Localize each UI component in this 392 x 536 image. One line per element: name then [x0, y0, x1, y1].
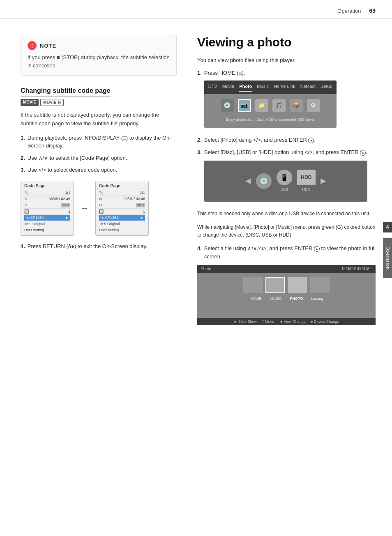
photo-sc-bottom: ► Slide Show □ Move ◄ View Change ■ Devi… — [197, 318, 376, 325]
menu-dtv: DTV — [208, 83, 217, 92]
menu-netcast: Netcast — [300, 83, 316, 92]
side-tab-label: Operation — [383, 238, 392, 278]
folder-icon: 📁 — [255, 99, 268, 112]
right-steps-list: 1. Press HOME (⌂). DTV Movie Photo Music… — [197, 69, 376, 206]
viewing-intro: You can view photo files using this play… — [197, 57, 376, 63]
step-2-text: Use ∧/∨ to select the [Code Page] option… — [28, 154, 127, 162]
note-text: If you press ■ (STOP) during playback, t… — [28, 53, 170, 69]
step-1: 1. During playback, press INFO/DISPLAY (… — [21, 134, 177, 150]
step-4-wrapper: 4. Press RETURN (δ●) to exit the On-Scre… — [21, 242, 177, 251]
usb-item: 📱 USB — [277, 170, 292, 193]
cp-row: 16:9 Original — [99, 221, 145, 227]
right-step-3-content: Select [Disc], [USB] or [HDD] option usi… — [204, 148, 367, 206]
menu-music: Music — [257, 83, 269, 92]
badge-movie: MOVIE — [21, 99, 39, 106]
cp-row: User setting — [99, 227, 145, 233]
right-step-2: 2. Select [Photo] using </>, and press E… — [197, 136, 376, 144]
code-page-before: Code Page 🔧1/1 ⊙03/05 / 02:46 ⊙2CH 🔲1 ◄ … — [21, 181, 74, 236]
photo-browser-screenshot: Photo 000/001/000 ME MOVIE MUSIC PHOTO b… — [197, 265, 376, 325]
photo-sc-info: 000/001/000 ME — [342, 267, 372, 271]
home-menu-screenshot: DTV Movie Photo Music Home Link Netcast … — [204, 81, 337, 128]
viewing-title: Viewing a photo — [197, 35, 376, 50]
cp-row: 🔲1 — [24, 209, 70, 215]
cp-row: ⊙2CH — [99, 202, 145, 209]
disc-item: 💿 — [256, 173, 272, 189]
cp-row: 🔲1 — [99, 209, 145, 215]
step-1-text: During playback, press INFO/DISPLAY (□) … — [28, 134, 177, 150]
section-heading: Changing subtitle code page — [21, 87, 111, 97]
hdd-rect: HDD — [297, 170, 316, 185]
note-caption-1: This step is needed only when a disc or … — [197, 210, 376, 218]
hdd-item: HDD HDD — [297, 170, 316, 193]
cp-row: ⊙03/05 / 02:46 — [99, 196, 145, 202]
code-page-images: Code Page 🔧1/1 ⊙03/05 / 02:46 ⊙2CH 🔲1 ◄ … — [21, 181, 177, 236]
sc-view-change: ◄ View Change — [279, 320, 306, 324]
badge-row: MOVIE MOVIE-N — [21, 99, 177, 106]
menu-photo: Photo — [239, 83, 252, 92]
photo-sc-title: Photo — [201, 267, 211, 271]
right-step-3-number: 3. — [197, 148, 202, 156]
right-step-3: 3. Select [Disc], [USB] or [HDD] option … — [197, 148, 376, 206]
left-column: ! NOTE If you press ■ (STOP) during play… — [0, 27, 189, 338]
right-step-2-text: Select [Photo] using </>, and press ENTE… — [204, 136, 316, 144]
step-4: 4. Press RETURN (δ●) to exit the On-Scre… — [21, 242, 177, 251]
section-label: Operation — [337, 8, 361, 14]
cp-row: 🔧1/1 — [24, 190, 70, 196]
enter-circle-icon-2: ● — [360, 150, 366, 156]
folder-photo: PHOTO — [290, 297, 303, 301]
right-step-3-text: Select [Disc], [USB] or [HDD] option usi… — [204, 149, 367, 155]
right-step-4: 4. Select a file using ∧/∨/</>, and pres… — [197, 244, 376, 261]
folder-binding: binding — [311, 297, 323, 301]
cp-row: User setting — [24, 227, 70, 233]
note-exclamation-icon: ! — [28, 41, 37, 50]
cp-row: ⊙2CH — [24, 202, 70, 209]
right-step-1-number: 1. — [197, 69, 202, 77]
hdd-select-screenshot: ◀ 💿 📱 USB HDD HDD ▶ — [204, 161, 367, 202]
step-1-number: 1. — [21, 134, 25, 142]
misc-icon: ⚙ — [307, 99, 320, 112]
photo-sc-top: Photo 000/001/000 ME — [197, 265, 376, 273]
right-step-1-text: Press HOME (⌂). — [204, 70, 245, 76]
right-step-4-number: 4. — [197, 244, 202, 253]
menu-movie: Movie — [222, 83, 234, 92]
step-4-number: 4. — [21, 242, 25, 251]
step-2-number: 2. — [21, 154, 25, 162]
menu-homelink: Home Link — [274, 83, 295, 92]
note-title: NOTE — [40, 43, 56, 49]
sc-slide-show: ► Slide Show — [234, 320, 257, 324]
folder-music: MUSIC — [270, 297, 282, 301]
badge-movie-n: MOVIE-N — [40, 99, 64, 106]
page-header: Operation 69 — [0, 0, 392, 18]
photo-sc-content: MOVIE MUSIC PHOTO binding — [197, 273, 376, 318]
right-step-1: 1. Press HOME (⌂). DTV Movie Photo Music… — [197, 69, 376, 132]
note-header: ! NOTE — [28, 41, 170, 50]
menu-setup: Setup — [321, 83, 332, 92]
right-step-1-content: Press HOME (⌂). DTV Movie Photo Music Ho… — [204, 69, 337, 132]
right-step-4-text: Select a file using ∧/∨/</>, and press E… — [204, 244, 376, 261]
code-page-after: Code Page 🔧1/1 ⊙03/05 / 02:46 ⊙2CH 🔲1 ◄ … — [95, 181, 149, 236]
side-tab-number: 4 — [383, 222, 392, 232]
page-number: 69 — [369, 7, 376, 14]
left-arrow-icon: ◀ — [245, 175, 251, 187]
arrow-icon: → — [81, 203, 89, 213]
cp-row: ⊙03/05 / 02:46 — [24, 196, 70, 202]
cp-row-highlight: ◄ CP1251► — [99, 215, 145, 221]
cp-row: 🔧1/1 — [99, 190, 145, 196]
home-icons-row: 💿 📷 📁 🎵 📦 ⚙ — [221, 99, 320, 112]
step-4-text: Press RETURN (δ●) to exit the On-Screen … — [28, 242, 148, 251]
note-caption-2: While navigating [Movie], [Photo] or [Mu… — [197, 223, 376, 239]
home-menu-bar: DTV Movie Photo Music Home Link Netcast … — [204, 81, 337, 94]
photo-thumb-3 — [288, 277, 307, 293]
code-page-before-title: Code Page — [24, 184, 70, 188]
steps-list: 1. During playback, press INFO/DISPLAY (… — [21, 134, 177, 174]
photo-thumb-4 — [310, 277, 330, 293]
screenshot-caption-1: Enjoy photos from Disc, HDD or connected… — [226, 117, 315, 123]
step-2: 2. Use ∧/∨ to select the [Code Page] opt… — [21, 154, 177, 162]
disc-circle: 💿 — [256, 173, 272, 189]
photo-thumb-1 — [243, 277, 263, 293]
folder-movie: MOVIE — [250, 297, 262, 301]
step-3-text: Use </> to select desired code option. — [28, 166, 117, 174]
enter-circle-icon: ● — [308, 138, 314, 143]
sc-move: □ Move — [262, 320, 274, 324]
usb-circle: 📱 — [277, 170, 292, 185]
